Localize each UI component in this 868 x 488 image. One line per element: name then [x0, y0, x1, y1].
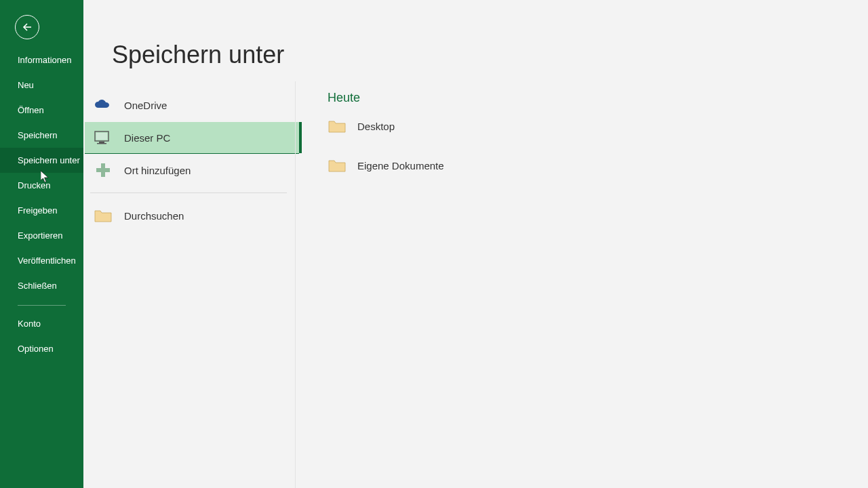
nav-item-veröffentlichen[interactable]: Veröffentlichen [0, 248, 83, 273]
svg-rect-8 [96, 133, 107, 140]
place-durchsuchen[interactable]: Durchsuchen [85, 200, 302, 231]
nav-item-öffnen[interactable]: Öffnen [0, 98, 83, 123]
nav-item-informationen[interactable]: Informationen [0, 47, 83, 73]
backstage-sidebar: InformationenNeuÖffnenSpeichernSpeichern… [0, 0, 83, 488]
recent-item-label: Desktop [357, 121, 395, 132]
recent-column: Heute DesktopEigene Dokumente [307, 88, 868, 232]
nav-item-speichern[interactable]: Speichern [0, 123, 83, 148]
folder-icon [328, 119, 347, 134]
nav-separator [18, 305, 66, 306]
place-label: Durchsuchen [124, 210, 184, 222]
place-onedrive[interactable]: OneDrive [85, 89, 302, 121]
page-title: Speichern unter [112, 41, 868, 69]
recent-list: DesktopEigene Dokumente [307, 110, 868, 181]
nav-footer: KontoOptionen [0, 311, 83, 361]
recent-item-eigene-dokumente[interactable]: Eigene Dokumente [328, 150, 868, 181]
places-column: OneDriveDieser PCOrt hinzufügenDurchsuch… [85, 88, 302, 232]
nav-item-freigeben[interactable]: Freigeben [0, 198, 83, 223]
svg-rect-9 [99, 142, 104, 143]
places-divider [90, 192, 287, 193]
svg-rect-12 [96, 168, 110, 172]
recent-item-label: Eigene Dokumente [357, 160, 444, 171]
addplace-icon [93, 160, 113, 180]
nav-item-exportieren[interactable]: Exportieren [0, 223, 83, 248]
place-dieser-pc[interactable]: Dieser PC [85, 122, 302, 153]
svg-rect-10 [97, 143, 106, 144]
nav-item-optionen[interactable]: Optionen [0, 336, 83, 361]
thispc-icon [93, 127, 113, 148]
nav-main: InformationenNeuÖffnenSpeichernSpeichern… [0, 47, 83, 298]
place-label: Dieser PC [124, 132, 170, 144]
back-button[interactable] [15, 15, 39, 39]
nav-item-schließen[interactable]: Schließen [0, 273, 83, 298]
recent-item-desktop[interactable]: Desktop [328, 110, 868, 142]
place-label: Ort hinzufügen [124, 165, 191, 176]
nav-item-neu[interactable]: Neu [0, 73, 83, 98]
place-ort-hinzufügen[interactable]: Ort hinzufügen [85, 155, 302, 186]
nav-item-drucken[interactable]: Drucken [0, 173, 83, 198]
browse-icon [93, 205, 113, 226]
nav-item-speichern-unter[interactable]: Speichern unter [0, 148, 83, 173]
nav-item-konto[interactable]: Konto [0, 311, 83, 336]
recent-heading: Heute [328, 91, 868, 105]
folder-icon [328, 158, 347, 173]
back-arrow-icon [21, 21, 33, 33]
content-area: Speichern unter OneDriveDieser PCOrt hin… [83, 0, 868, 488]
onedrive-icon [93, 95, 113, 115]
place-label: OneDrive [124, 100, 167, 111]
